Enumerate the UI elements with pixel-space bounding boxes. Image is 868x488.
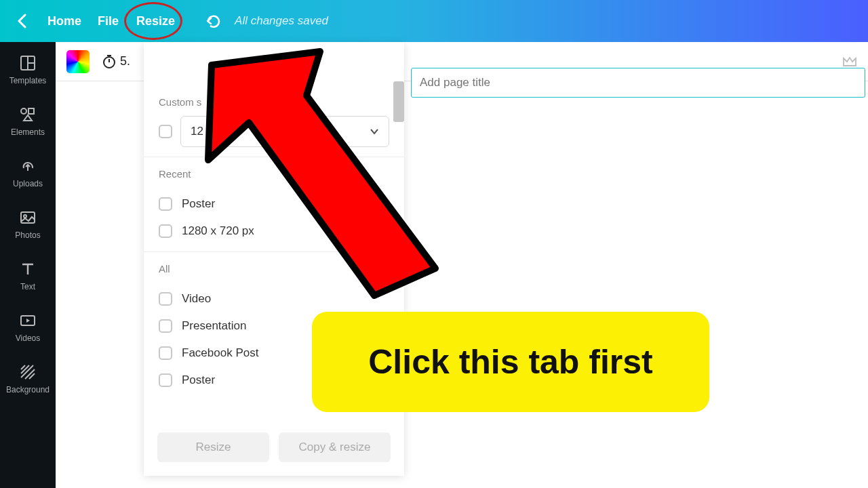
checkbox[interactable] (159, 373, 172, 387)
list-item-label: Poster (182, 373, 215, 387)
recent-item-868x488[interactable]: 868 x 488 px (144, 218, 404, 245)
menu-resize-label: Resize (136, 14, 175, 28)
panel-scrollbar[interactable] (393, 81, 404, 122)
custom-size-input[interactable]: 12 (180, 116, 389, 147)
copy-resize-button[interactable]: Copy & resize (279, 432, 391, 462)
list-item-label: Video (182, 292, 211, 306)
save-status: All changes saved (235, 14, 328, 28)
sidebar-templates[interactable]: Templates (0, 54, 56, 85)
sidebar-uploads-label: Uploads (13, 179, 43, 188)
all-item-poster[interactable]: Poster (144, 367, 404, 394)
uploads-icon (19, 157, 37, 175)
list-item-label: Presentation (182, 319, 246, 333)
resize-dropdown-panel: Custom s 12 Recent Poster 868 x 488 px (144, 42, 404, 476)
stopwatch-icon (102, 54, 117, 69)
recent-section-label: Recent (159, 168, 389, 180)
all-item-video[interactable]: Video (144, 285, 404, 312)
videos-icon (19, 312, 37, 329)
sidebar-photos[interactable]: Photos (0, 209, 56, 240)
menu-resize[interactable]: Resize (135, 12, 176, 31)
all-section-label: All (159, 263, 389, 274)
page-title-field[interactable] (411, 68, 865, 98)
top-menu-bar: Home File Resize All changes saved (0, 0, 868, 42)
checkbox[interactable] (159, 197, 172, 211)
color-picker-swatch[interactable] (66, 50, 90, 73)
text-icon (19, 260, 37, 278)
photos-icon (19, 209, 37, 226)
svg-point-6 (24, 215, 26, 218)
custom-width-value: 12 (191, 125, 203, 138)
page-title-input[interactable] (420, 76, 856, 89)
list-item-label: Facebook Post (182, 346, 258, 360)
sidebar-templates-label: Templates (9, 76, 47, 85)
elements-icon (19, 106, 37, 123)
sidebar-videos[interactable]: Videos (0, 312, 56, 343)
checkbox[interactable] (159, 319, 172, 333)
sidebar-background[interactable]: Background (0, 363, 56, 394)
list-item-label: Poster (182, 197, 215, 211)
list-item-label: 868 x 488 px (182, 224, 254, 238)
sidebar-elements[interactable]: Elements (0, 106, 56, 137)
sidebar-text-label: Text (20, 282, 35, 291)
sidebar-photos-label: Photos (15, 230, 40, 240)
crown-icon (842, 56, 857, 68)
sidebar-text[interactable]: Text (0, 260, 56, 291)
checkbox[interactable] (159, 292, 172, 306)
svg-point-3 (21, 108, 26, 114)
back-button[interactable] (12, 14, 31, 28)
sidebar-uploads[interactable]: Uploads (0, 157, 56, 188)
undo-button[interactable] (205, 14, 222, 28)
left-sidebar: Templates Elements Uploads Photos Text (0, 42, 56, 488)
all-item-presentation[interactable]: Presentation (144, 312, 404, 340)
resize-button[interactable]: Resize (157, 432, 269, 462)
background-icon (19, 363, 37, 381)
svg-rect-4 (28, 108, 34, 114)
chevron-down-icon (370, 128, 379, 135)
sidebar-videos-label: Videos (16, 333, 40, 343)
duration-control[interactable]: 5. (102, 54, 130, 69)
custom-size-label: Custom s (159, 96, 389, 108)
duration-value: 5. (120, 54, 130, 68)
templates-icon (19, 54, 37, 72)
custom-size-checkbox[interactable] (159, 125, 172, 138)
checkbox[interactable] (159, 346, 172, 360)
menu-home[interactable]: Home (47, 14, 81, 28)
menu-file[interactable]: File (98, 14, 119, 28)
checkbox[interactable] (159, 224, 172, 238)
sidebar-elements-label: Elements (11, 127, 45, 137)
sidebar-background-label: Background (6, 385, 50, 394)
recent-item-poster[interactable]: Poster (144, 190, 404, 218)
all-item-facebook-post[interactable]: Facebook Post (144, 340, 404, 367)
